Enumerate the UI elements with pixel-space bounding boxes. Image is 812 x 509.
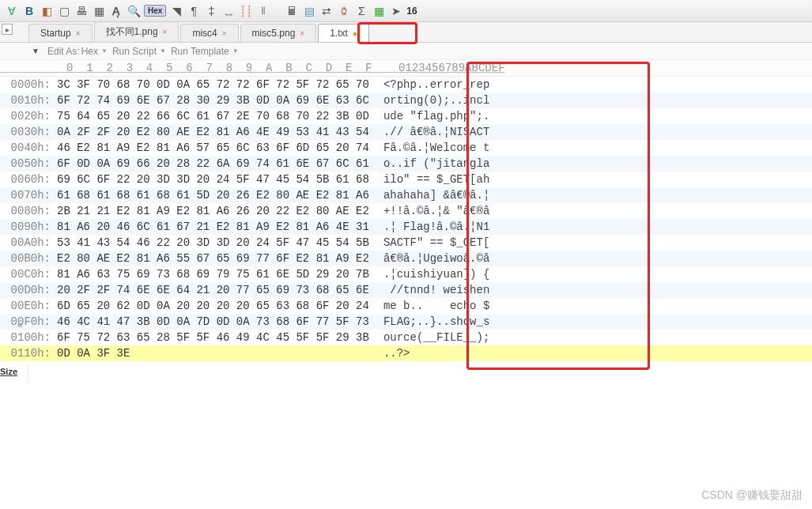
- pilcrow-icon[interactable]: ¶: [187, 4, 201, 18]
- tab-startup[interactable]: Startup×: [28, 24, 93, 42]
- hex-row[interactable]: 0040h:46 E2 81 A9 E2 81 A6 57 65 6C 63 6…: [0, 140, 812, 156]
- hex-row[interactable]: 0080h:2B 21 21 E2 81 A9 E2 81 A6 26 20 2…: [0, 203, 812, 219]
- ascii-cell[interactable]: ude "flag.php";.: [383, 108, 489, 124]
- hex-rows[interactable]: 0000h:3C 3F 70 68 70 0D 0A 65 72 72 6F 7…: [0, 77, 812, 361]
- select-icon[interactable]: Ɐ: [5, 4, 19, 18]
- tab-file-png1[interactable]: 找不同1.png×: [94, 21, 179, 42]
- close-icon[interactable]: ×: [163, 28, 168, 36]
- hex-row[interactable]: 0070h:61 68 61 68 61 68 61 5D 20 26 E2 8…: [0, 187, 812, 203]
- hex-row[interactable]: 0010h:6F 72 74 69 6E 67 28 30 29 3B 0D 0…: [0, 92, 812, 108]
- hex-row[interactable]: 00E0h:6D 65 20 62 0D 0A 20 20 20 20 65 6…: [0, 298, 812, 314]
- offset-cell: 0010h:: [0, 92, 57, 108]
- filter-icon[interactable]: ◥: [169, 4, 183, 18]
- hex-cell[interactable]: 61 68 61 68 61 68 61 5D 20 26 E2 80 AE E…: [57, 187, 369, 203]
- chevron-down-icon[interactable]: ▼: [160, 47, 166, 55]
- hex-row[interactable]: 00F0h:46 4C 41 47 3B 0D 0A 7D 0D 0A 73 6…: [0, 314, 812, 330]
- chevron-down-icon[interactable]: ▼: [28, 44, 43, 58]
- hex-row[interactable]: 00C0h:81 A6 63 75 69 73 68 69 79 75 61 6…: [0, 266, 812, 282]
- hex-mode-button[interactable]: Hex: [144, 5, 166, 17]
- dock-pin-left[interactable]: ▸: [2, 24, 13, 35]
- ascii-cell[interactable]: SACTF" == $_GET[: [383, 235, 489, 251]
- hex-cell[interactable]: 81 A6 20 46 6C 61 67 21 E2 81 A9 E2 81 A…: [57, 219, 369, 235]
- tab-misc4[interactable]: misc4×: [180, 24, 238, 42]
- hex-cell[interactable]: 53 41 43 54 46 22 20 3D 3D 20 24 5F 47 4…: [57, 235, 369, 251]
- run-script-label[interactable]: Run Script: [112, 46, 157, 57]
- hex-cell[interactable]: 20 2F 2F 74 6E 6E 64 21 20 77 65 69 73 6…: [57, 282, 369, 298]
- modified-icon[interactable]: ●: [353, 29, 357, 38]
- ascii-cell[interactable]: me b.. echo $: [383, 298, 489, 314]
- hex-row[interactable]: 00B0h:E2 80 AE E2 81 A6 55 67 65 69 77 6…: [0, 251, 812, 266]
- calc-icon[interactable]: 🖩: [285, 4, 299, 18]
- ascii-cell[interactable]: ilo" == $_GET[ah: [383, 172, 489, 187]
- tab-1txt[interactable]: 1.txt●: [318, 24, 369, 42]
- cube-icon[interactable]: ◧: [40, 4, 54, 18]
- hex-row[interactable]: 0110h:0D 0A 3F 3E ..?>: [0, 345, 812, 361]
- close-icon[interactable]: ×: [76, 29, 81, 38]
- bold-icon[interactable]: B: [22, 4, 36, 18]
- ascii-cell[interactable]: .¦ Flag!â.©â.¦N1: [383, 219, 489, 235]
- ascii-cell[interactable]: o..if ("jitangla: [383, 156, 489, 172]
- hex-row[interactable]: 0030h:0A 2F 2F 20 E2 80 AE E2 81 A6 4E 4…: [0, 124, 812, 140]
- ascii-cell[interactable]: ource(__FILE__);: [383, 330, 489, 345]
- hex-cell[interactable]: 6D 65 20 62 0D 0A 20 20 20 20 65 63 68 6…: [57, 298, 369, 314]
- sum-icon[interactable]: Σ: [354, 4, 368, 18]
- close-icon[interactable]: ×: [222, 29, 227, 38]
- screen-icon[interactable]: ▢: [57, 4, 71, 18]
- ascii-cell[interactable]: <?php..error_rep: [383, 77, 489, 92]
- hex-row[interactable]: 0090h:81 A6 20 46 6C 61 67 21 E2 81 A9 E…: [0, 219, 812, 235]
- hex-cell[interactable]: 0A 2F 2F 20 E2 80 AE E2 81 A6 4E 49 53 4…: [57, 124, 369, 140]
- edit-as-value[interactable]: Hex: [81, 46, 98, 57]
- hex-row[interactable]: 0050h:6F 0D 0A 69 66 20 28 22 6A 69 74 6…: [0, 156, 812, 172]
- ascii-cell[interactable]: ..?>: [383, 345, 410, 361]
- hex-cell[interactable]: E2 80 AE E2 81 A6 55 67 65 69 77 6F E2 8…: [57, 251, 369, 266]
- hex-cell[interactable]: 3C 3F 70 68 70 0D 0A 65 72 72 6F 72 5F 7…: [57, 77, 369, 92]
- hex-cell[interactable]: 0D 0A 3F 3E: [57, 345, 369, 361]
- offset-cell: 0030h:: [0, 124, 57, 140]
- ascii-cell[interactable]: .// â€®â.¦NISACT: [383, 124, 489, 140]
- chevron-down-icon[interactable]: ▼: [232, 47, 239, 55]
- hist-icon[interactable]: ⧮: [337, 4, 351, 18]
- hex-cell[interactable]: 2B 21 21 E2 81 A9 E2 81 A6 26 20 22 E2 8…: [57, 203, 369, 219]
- hex-row[interactable]: 0060h:69 6C 6F 22 20 3D 3D 20 24 5F 47 4…: [0, 172, 812, 187]
- binary-icon[interactable]: ┊┊: [239, 4, 253, 18]
- ascii-cell[interactable]: FLAG;..}..show_s: [383, 314, 489, 330]
- hex-cell[interactable]: 6F 75 72 63 65 28 5F 5F 46 49 4C 45 5F 5…: [57, 330, 369, 345]
- hex-cell[interactable]: 6F 72 74 69 6E 67 28 30 29 3B 0D 0A 69 6…: [57, 92, 369, 108]
- mark-icon[interactable]: ⎵: [221, 4, 236, 18]
- hex-row[interactable]: 0000h:3C 3F 70 68 70 0D 0A 65 72 72 6F 7…: [0, 77, 812, 92]
- hex-cell[interactable]: 81 A6 63 75 69 73 68 69 79 75 61 6E 5D 2…: [57, 266, 369, 282]
- dagger-icon[interactable]: ‡: [204, 4, 218, 18]
- search-icon[interactable]: 🔍: [127, 4, 141, 18]
- hex-row[interactable]: 00D0h:20 2F 2F 74 6E 6E 64 21 20 77 65 6…: [0, 282, 812, 298]
- hex-cell[interactable]: 6F 0D 0A 69 66 20 28 22 6A 69 74 61 6E 6…: [57, 156, 369, 172]
- hex-row[interactable]: 0100h:6F 75 72 63 65 28 5F 5F 46 49 4C 4…: [0, 330, 812, 345]
- collapse-icon[interactable]: «: [17, 319, 23, 330]
- hex-cell[interactable]: 69 6C 6F 22 20 3D 3D 20 24 5F 47 45 54 5…: [57, 172, 369, 187]
- hex-cell[interactable]: 75 64 65 20 22 66 6C 61 67 2E 70 68 70 2…: [57, 108, 369, 124]
- hex-row[interactable]: 00A0h:53 41 43 54 46 22 20 3D 3D 20 24 5…: [0, 235, 812, 251]
- arrow-icon[interactable]: ➤: [389, 4, 403, 18]
- hex-cell[interactable]: 46 4C 41 47 3B 0D 0A 7D 0D 0A 73 68 6F 7…: [57, 314, 369, 330]
- close-icon[interactable]: ×: [300, 29, 304, 38]
- binary2-icon[interactable]: ⦀: [256, 4, 270, 18]
- width-16[interactable]: 16: [406, 6, 417, 17]
- tab-label: 1.txt: [330, 28, 348, 39]
- ascii-cell[interactable]: +!!â.©â.¦& "â€®â: [383, 203, 489, 219]
- checker-icon[interactable]: ▦: [92, 4, 106, 18]
- font-icon[interactable]: Aͅ: [109, 4, 123, 18]
- ascii-cell[interactable]: ahahaha] &â€®â.¦: [383, 187, 489, 203]
- ascii-cell[interactable]: â€®â.¦Ugeiwoâ.©â: [383, 251, 489, 266]
- page-icon[interactable]: ▤: [302, 4, 316, 18]
- ascii-cell[interactable]: .¦cuishiyuan]) {: [383, 266, 489, 282]
- hex-cell[interactable]: 46 E2 81 A9 E2 81 A6 57 65 6C 63 6F 6D 6…: [57, 140, 369, 156]
- grid-icon[interactable]: ▦: [372, 4, 386, 18]
- hex-row[interactable]: 0020h:75 64 65 20 22 66 6C 61 67 2E 70 6…: [0, 108, 812, 124]
- chevron-down-icon[interactable]: ▼: [101, 47, 108, 55]
- compare-icon[interactable]: ⇄: [319, 4, 334, 18]
- ascii-cell[interactable]: //tnnd! weishen: [383, 282, 489, 298]
- run-template-label[interactable]: Run Template: [171, 46, 229, 57]
- ascii-cell[interactable]: Fâ.©â.¦Welcome t: [383, 140, 489, 156]
- ascii-cell[interactable]: orting(0);..incl: [383, 92, 489, 108]
- tab-misc5[interactable]: misc5.png×: [240, 24, 317, 42]
- print-icon[interactable]: 🖶: [74, 4, 89, 18]
